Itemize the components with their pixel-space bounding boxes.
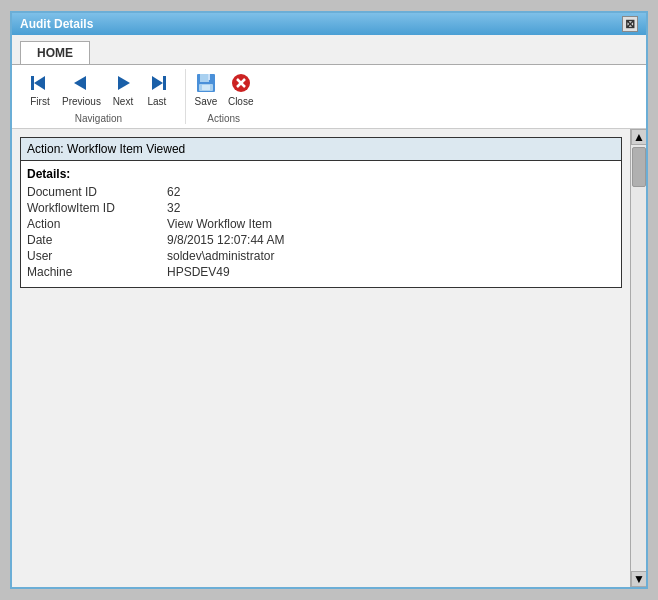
- navigation-buttons: First Previous: [24, 69, 173, 109]
- scroll-track: [631, 145, 646, 571]
- detail-label: Action: [27, 217, 167, 231]
- action-label: Action:: [27, 142, 64, 156]
- scroll-down-button[interactable]: ▼: [631, 571, 646, 587]
- action-buttons: Save Close: [190, 69, 258, 109]
- detail-value: HPSDEV49: [167, 265, 230, 279]
- svg-rect-10: [202, 85, 210, 90]
- save-button[interactable]: Save: [190, 69, 222, 109]
- next-button[interactable]: Next: [107, 69, 139, 109]
- last-icon: [145, 71, 169, 95]
- detail-row: ActionView Workflow Item: [27, 217, 615, 231]
- ribbon: First Previous: [12, 65, 646, 129]
- actions-group-label: Actions: [207, 113, 240, 124]
- svg-rect-7: [200, 74, 209, 82]
- details-section: Details: Document ID62WorkflowItem ID32A…: [21, 161, 622, 288]
- title-bar: Audit Details ⊠: [12, 13, 646, 35]
- content-area: HOME First: [12, 35, 646, 587]
- first-label: First: [30, 96, 49, 107]
- detail-label: Date: [27, 233, 167, 247]
- tab-home[interactable]: HOME: [20, 41, 90, 64]
- next-icon: [111, 71, 135, 95]
- svg-rect-8: [208, 74, 210, 80]
- detail-label: Document ID: [27, 185, 167, 199]
- detail-value: 32: [167, 201, 180, 215]
- body-area: Action: Workflow Item Viewed Details: Do…: [12, 129, 646, 587]
- first-icon: [28, 71, 52, 95]
- navigation-group-label: Navigation: [75, 113, 122, 124]
- detail-label: User: [27, 249, 167, 263]
- close-label: Close: [228, 96, 254, 107]
- detail-row: Date9/8/2015 12:07:44 AM: [27, 233, 615, 247]
- detail-rows: Document ID62WorkflowItem ID32ActionView…: [27, 185, 615, 279]
- scrollbar: ▲ ▼: [630, 129, 646, 587]
- last-label: Last: [147, 96, 166, 107]
- last-button[interactable]: Last: [141, 69, 173, 109]
- detail-label: Machine: [27, 265, 167, 279]
- audit-details-window: Audit Details ⊠ HOME: [10, 11, 648, 589]
- svg-rect-5: [163, 76, 166, 90]
- ribbon-navigation-group: First Previous: [20, 69, 186, 124]
- detail-value: soldev\administrator: [167, 249, 274, 263]
- detail-row: WorkflowItem ID32: [27, 201, 615, 215]
- detail-label: WorkflowItem ID: [27, 201, 167, 215]
- window-title: Audit Details: [20, 17, 93, 31]
- previous-label: Previous: [62, 96, 101, 107]
- svg-marker-1: [34, 76, 45, 90]
- save-icon: [194, 71, 218, 95]
- detail-row: Document ID62: [27, 185, 615, 199]
- previous-icon: [69, 71, 93, 95]
- svg-marker-2: [74, 76, 86, 90]
- audit-action-row: Action: Workflow Item Viewed: [21, 138, 622, 161]
- details-header: Details:: [27, 167, 615, 181]
- ribbon-actions-group: Save Close Actions: [186, 69, 270, 124]
- scroll-up-button[interactable]: ▲: [631, 129, 646, 145]
- save-label: Save: [195, 96, 218, 107]
- scroll-down-icon: ▼: [633, 572, 645, 586]
- svg-marker-4: [152, 76, 163, 90]
- svg-marker-3: [118, 76, 130, 90]
- svg-rect-0: [31, 76, 34, 90]
- window-close-button[interactable]: ⊠: [622, 16, 638, 32]
- previous-button[interactable]: Previous: [58, 69, 105, 109]
- close-icon: [229, 71, 253, 95]
- detail-value: View Workflow Item: [167, 217, 272, 231]
- detail-row: Usersoldev\administrator: [27, 249, 615, 263]
- detail-value: 9/8/2015 12:07:44 AM: [167, 233, 284, 247]
- audit-table: Action: Workflow Item Viewed Details: Do…: [20, 137, 622, 288]
- first-button[interactable]: First: [24, 69, 56, 109]
- window-close-icon: ⊠: [625, 17, 635, 31]
- tab-strip: HOME: [12, 35, 646, 65]
- scroll-up-icon: ▲: [633, 130, 645, 144]
- action-value: Workflow Item Viewed: [67, 142, 185, 156]
- main-content: Action: Workflow Item Viewed Details: Do…: [12, 129, 630, 587]
- close-button[interactable]: Close: [224, 69, 258, 109]
- next-label: Next: [113, 96, 134, 107]
- scroll-thumb[interactable]: [632, 147, 646, 187]
- detail-value: 62: [167, 185, 180, 199]
- detail-row: MachineHPSDEV49: [27, 265, 615, 279]
